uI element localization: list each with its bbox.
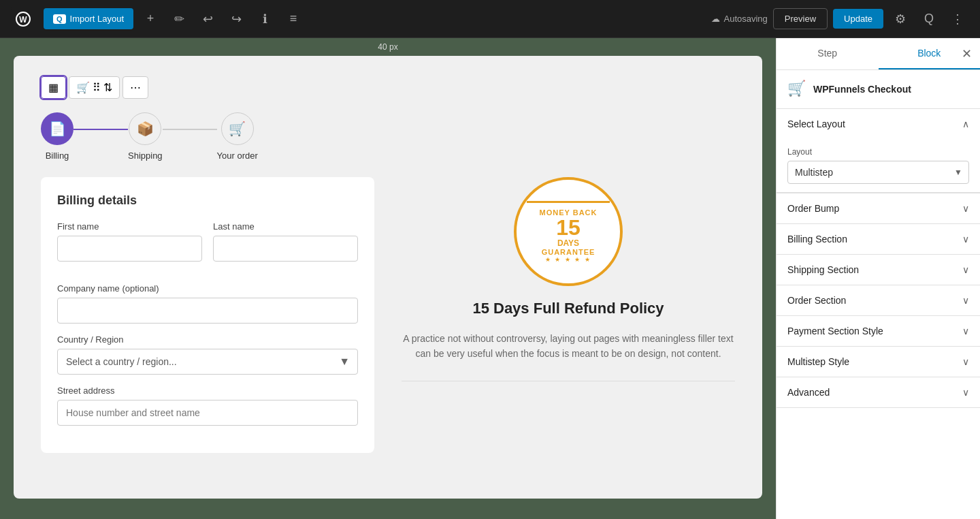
- payment-section-style-header[interactable]: Payment Section Style ∨: [777, 316, 980, 346]
- guarantee-stars: ★ ★ ★ ★ ★: [527, 256, 610, 263]
- advanced-section-header[interactable]: Advanced ∨: [777, 377, 980, 407]
- payment-section-style-chevron-icon: ∨: [962, 326, 969, 336]
- toolbar: W Q Import Layout + ✏ ↩ ↪ ℹ ≡ ☁ Autosavi…: [0, 0, 980, 38]
- close-sidebar-button[interactable]: ✕: [962, 46, 972, 61]
- list-view-button[interactable]: ≡: [282, 7, 305, 31]
- multistep-style-chevron-icon: ∨: [962, 356, 969, 367]
- cart-block-button[interactable]: 🛒 ⠿ ⇅: [69, 76, 120, 99]
- section-select-layout: Select Layout ∧ Layout Multistep Single …: [777, 109, 980, 193]
- section-payment-style: Payment Section Style ∨: [777, 316, 980, 347]
- billing-section-chevron-icon: ∨: [962, 234, 969, 245]
- tab-step[interactable]: Step: [777, 38, 879, 69]
- layout-select-wrapper: Multistep Single Step Two Column ▼: [787, 161, 969, 184]
- redo-button[interactable]: ↪: [225, 7, 248, 31]
- section-shipping: Shipping Section ∨: [777, 255, 980, 285]
- order-section-chevron-icon: ∨: [962, 295, 969, 306]
- order-bump-header[interactable]: Order Bump ∨: [777, 193, 980, 223]
- your-order-step-label: Your order: [217, 151, 258, 161]
- gear-icon: ⚙: [895, 12, 906, 27]
- import-layout-label: Import Layout: [70, 14, 125, 24]
- user-button[interactable]: Q: [917, 7, 941, 31]
- settings-button[interactable]: ⚙: [889, 7, 912, 31]
- company-label: Company name (optional): [57, 283, 358, 294]
- canvas-area: 40 px ▦ 🛒 ⠿ ⇅ ⋯ 📄: [0, 38, 776, 519]
- billing-section-header[interactable]: Billing Section ∨: [777, 224, 980, 254]
- grid-icon: ▦: [48, 81, 59, 94]
- shipping-step-icon: 📦: [137, 121, 154, 137]
- last-name-group: Last name: [213, 221, 358, 262]
- advanced-section-chevron-icon: ∨: [962, 387, 969, 398]
- billing-section-label: Billing Section: [787, 234, 847, 245]
- update-button[interactable]: Update: [833, 9, 883, 29]
- plugin-header: 🛒 WPFunnels Checkout: [777, 70, 980, 109]
- refund-policy-text: A practice not without controversy, layi…: [402, 331, 735, 362]
- layout-dropdown-label: Layout: [787, 147, 969, 157]
- billing-step-label: Billing: [46, 151, 69, 161]
- billing-step-icon: 📄: [49, 121, 66, 137]
- cloud-icon: ☁: [711, 14, 720, 24]
- edit-button[interactable]: ✏: [167, 7, 191, 31]
- more-block-options-button[interactable]: ⋯: [122, 76, 148, 99]
- select-layout-label: Select Layout: [787, 119, 845, 129]
- undo-button[interactable]: ↩: [196, 7, 219, 31]
- svg-text:W: W: [19, 15, 27, 25]
- refund-policy-title: 15 Days Full Refund Policy: [472, 300, 664, 317]
- order-section-label: Order Section: [787, 295, 846, 306]
- two-column-layout: Billing details First name Last name Com…: [41, 177, 735, 453]
- plugin-cart-icon: 🛒: [787, 80, 806, 99]
- block-toolbar: ▦ 🛒 ⠿ ⇅ ⋯: [41, 76, 735, 99]
- country-group: Country / Region Select a country / regi…: [57, 334, 358, 375]
- layout-select[interactable]: Multistep Single Step Two Column: [787, 161, 969, 184]
- multistep-style-header[interactable]: Multistep Style ∨: [777, 347, 980, 377]
- order-section-header[interactable]: Order Section ∨: [777, 285, 980, 315]
- first-name-label: First name: [57, 221, 202, 232]
- wp-logo-icon[interactable]: W: [11, 7, 35, 31]
- country-label: Country / Region: [57, 334, 358, 345]
- more-icon: ⋮: [951, 12, 964, 27]
- add-block-button[interactable]: +: [139, 7, 162, 31]
- order-bump-label: Order Bump: [787, 203, 839, 214]
- plugin-name-label: WPFunnels Checkout: [813, 84, 911, 95]
- step-shipping[interactable]: 📦 Shipping: [128, 112, 163, 161]
- your-order-step-circle: 🛒: [221, 112, 254, 145]
- shipping-section-header[interactable]: Shipping Section ∨: [777, 255, 980, 285]
- last-name-input[interactable]: [213, 236, 358, 262]
- country-select[interactable]: Select a country / region...: [57, 349, 358, 375]
- preview-button[interactable]: Preview: [773, 8, 828, 29]
- select-layout-header[interactable]: Select Layout ∧: [777, 109, 980, 139]
- more-options-button[interactable]: ⋮: [946, 7, 969, 31]
- grid-view-button[interactable]: ▦: [41, 76, 66, 99]
- divider: [402, 381, 735, 381]
- section-order: Order Section ∨: [777, 285, 980, 316]
- step-billing[interactable]: 📄 Billing: [41, 112, 74, 161]
- close-icon: ✕: [962, 47, 972, 61]
- select-layout-content: Layout Multistep Single Step Two Column …: [777, 139, 980, 193]
- step-your-order[interactable]: 🛒 Your order: [217, 112, 258, 161]
- q-badge: Q: [53, 14, 66, 24]
- shipping-section-label: Shipping Section: [787, 264, 859, 275]
- redo-icon: ↪: [231, 12, 242, 27]
- section-billing: Billing Section ∨: [777, 224, 980, 255]
- country-select-wrapper: Select a country / region... ▼: [57, 349, 358, 375]
- street-group: Street address: [57, 386, 358, 426]
- billing-card: Billing details First name Last name Com…: [41, 177, 374, 453]
- company-input[interactable]: [57, 298, 358, 324]
- section-multistep-style: Multistep Style ∨: [777, 347, 980, 377]
- shipping-step-label: Shipping: [128, 151, 163, 161]
- info-icon: ℹ: [263, 12, 267, 27]
- last-name-label: Last name: [213, 221, 358, 232]
- dots-icon: ⠿: [93, 81, 101, 94]
- section-advanced: Advanced ∨: [777, 377, 980, 408]
- right-panel: MONEY BACK 15 DAYS GUARANTEE ★ ★ ★ ★ ★ 1…: [402, 177, 735, 453]
- street-label: Street address: [57, 386, 358, 396]
- company-group: Company name (optional): [57, 283, 358, 324]
- street-input[interactable]: [57, 400, 358, 426]
- import-layout-button[interactable]: Q Import Layout: [44, 8, 133, 29]
- first-name-input[interactable]: [57, 236, 202, 262]
- payment-section-style-label: Payment Section Style: [787, 326, 883, 336]
- step-line-1: [74, 129, 128, 130]
- info-button[interactable]: ℹ: [253, 7, 276, 31]
- multistep-style-label: Multistep Style: [787, 356, 849, 367]
- shipping-step-circle: 📦: [129, 112, 161, 145]
- guarantee-badge: MONEY BACK 15 DAYS GUARANTEE ★ ★ ★ ★ ★: [514, 177, 623, 286]
